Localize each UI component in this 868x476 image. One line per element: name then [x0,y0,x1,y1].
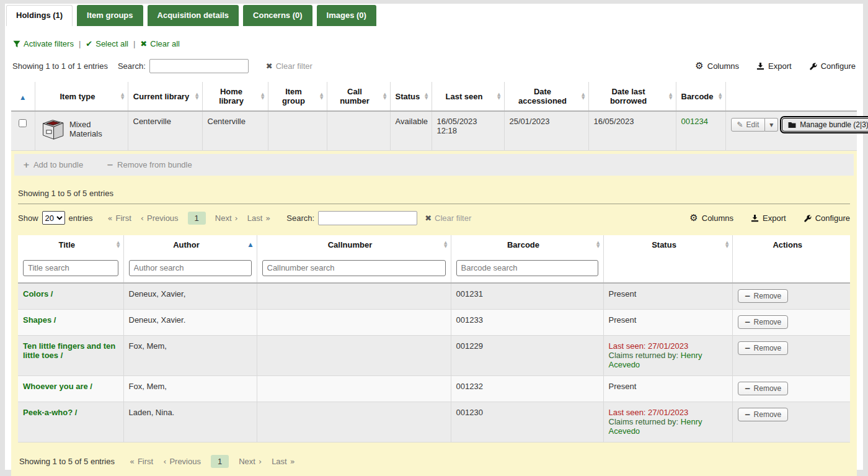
column-header-current-library[interactable]: Current library▲▼ [128,82,202,111]
select-item-checkbox[interactable] [19,119,27,127]
title-link[interactable]: Colors / [23,289,53,299]
export-icon [751,214,759,222]
bundle-search-input[interactable] [318,211,417,225]
remove-label: Remove [754,318,782,326]
pager-last[interactable]: Last» [247,213,271,223]
pager-next[interactable]: Next› [215,213,238,223]
remove-label: Remove [754,292,782,300]
page-size-control: Show 20 entries [18,211,93,225]
column-header-status[interactable]: Status▲▼ [603,235,732,254]
holdings-tab-content: Activate filters | ✔ Select all | ✖ Clea… [5,39,863,476]
manage-bundle-button[interactable]: Manage bundle (2|3) [782,118,868,132]
home-library-cell: Centerville [202,111,268,150]
bundle-clear-filter[interactable]: ✖ Clear filter [425,213,471,223]
pager-previous-label: Previous [169,457,201,466]
activate-filters-link[interactable]: Activate filters [13,39,74,48]
clear-filter-label: Clear filter [435,213,471,223]
remove-button[interactable]: −Remove [738,289,789,303]
select-all-label: Select all [95,39,128,48]
export-button[interactable]: Export [756,61,792,71]
edit-dropdown-toggle[interactable]: ▾ [765,118,778,132]
bundle-panel-body: Showing 1 to 5 of 5 entries Show 20 entr… [14,189,854,474]
barcode-filter-input[interactable] [456,260,598,276]
column-header-home-library[interactable]: Home library▲▼ [202,82,268,111]
column-header-date-accessioned[interactable]: Date accessioned▲▼ [504,82,588,111]
select-all-link[interactable]: ✔ Select all [86,39,128,48]
chevron-right-icon: › [259,457,262,466]
bundle-item-row: Colors / Deneux, Xavier, 001231 Present … [18,283,850,310]
title-filter-input[interactable] [23,260,118,276]
edit-button[interactable]: ✎ Edit [731,118,766,132]
remove-button[interactable]: −Remove [738,408,789,421]
columns-label: Columns [702,213,733,223]
column-header-actions [725,82,857,111]
column-header-call-number[interactable]: Call number▲▼ [327,82,390,111]
title-link[interactable]: Peek-a-who? / [23,408,77,417]
column-header-item-group[interactable]: Item group▲▼ [268,82,327,111]
tab-acquisition-details[interactable]: Acquisition details [148,5,239,26]
status-cell: Last seen: 27/01/2023 Claims returned by… [603,402,732,442]
remove-button[interactable]: −Remove [738,341,789,355]
pager-next[interactable]: Next› [239,457,262,466]
title-link[interactable]: Whoever you are / [23,382,92,391]
sort-icon: ▲▼ [195,92,198,100]
callnumber-filter-input[interactable] [262,260,446,276]
sort-icon: ▲▼ [121,92,124,100]
pager-previous[interactable]: ‹Previous [163,457,201,466]
pager-first[interactable]: «First [130,457,153,466]
caret-down-icon: ▾ [769,120,773,129]
column-header-select[interactable]: ▲ [11,82,35,111]
bundle-showing-top: Showing 1 to 5 of 5 entries [18,189,850,198]
title-link[interactable]: Ten little fingers and ten little toes / [23,341,115,360]
clear-all-link[interactable]: ✖ Clear all [140,39,180,48]
export-button[interactable]: Export [751,213,786,223]
author-cell: Fox, Mem, [123,335,257,375]
tab-item-groups[interactable]: Item groups [77,5,143,26]
remove-button[interactable]: −Remove [738,315,789,329]
author-filter-input[interactable] [129,260,252,276]
holdings-clear-filter[interactable]: ✖ Clear filter [266,61,312,71]
bundle-items-table: Title▲▼ Author▲ Callnumber▲▼ Barcode▲▼ S… [18,235,850,442]
configure-button[interactable]: Configure [809,61,856,71]
column-header-status[interactable]: Status▲▼ [390,82,432,111]
column-header-barcode[interactable]: Barcode▲▼ [451,235,603,254]
barcode-cell: 001230 [451,402,603,442]
configure-button[interactable]: Configure [804,213,850,223]
bundle-item-row: Peek-a-who? / Laden, Nina. 001230 Last s… [18,402,850,442]
pager-page-1[interactable]: 1 [211,455,229,468]
title-link[interactable]: Shapes / [23,315,56,325]
remove-label: Remove [754,410,782,419]
column-header-author[interactable]: Author▲ [123,235,257,254]
column-header-last-seen[interactable]: Last seen▲▼ [432,82,504,111]
holdings-search-input[interactable] [149,59,249,73]
status-cell: Available [390,111,432,150]
add-to-bundle-button[interactable]: + Add to bundle [23,160,83,169]
date-last-borrowed-cell: 16/05/2023 [588,111,676,150]
remove-from-bundle-button[interactable]: − Remove from bundle [107,160,192,169]
pager-previous[interactable]: ‹Previous [141,213,179,223]
column-header-item-type[interactable]: Item type▲▼ [35,82,128,111]
columns-button[interactable]: ⚙ Columns [689,213,733,223]
tab-concerns[interactable]: Concerns (0) [243,5,312,26]
remove-button[interactable]: −Remove [738,382,789,395]
column-header-title[interactable]: Title▲▼ [18,235,123,254]
status-cell: Present [603,309,732,335]
pager-first[interactable]: «First [108,213,131,223]
pager-page-1[interactable]: 1 [188,212,206,225]
header-label: Callnumber [328,240,373,249]
chevron-left-icon: ‹ [141,213,144,223]
tab-images[interactable]: Images (0) [317,5,376,26]
barcode-cell: 001231 [451,283,603,310]
filter-actions-bar: Activate filters | ✔ Select all | ✖ Clea… [13,39,855,48]
tab-holdings[interactable]: Holdings (1) [6,5,73,26]
page-size-select[interactable]: 20 [42,211,65,225]
header-label: Date accessioned [518,87,567,106]
barcode-link[interactable]: 001234 [681,117,708,126]
double-chevron-left-icon: « [108,213,113,223]
column-header-barcode[interactable]: Barcode▲▼ [676,82,725,111]
column-header-callnumber[interactable]: Callnumber▲▼ [257,235,451,254]
pager-last[interactable]: Last» [272,457,295,466]
sort-icon: ▲▼ [719,92,722,100]
column-header-date-last-borrowed[interactable]: Date last borrowed▲▼ [588,82,676,111]
columns-button[interactable]: ⚙ Columns [695,61,739,71]
